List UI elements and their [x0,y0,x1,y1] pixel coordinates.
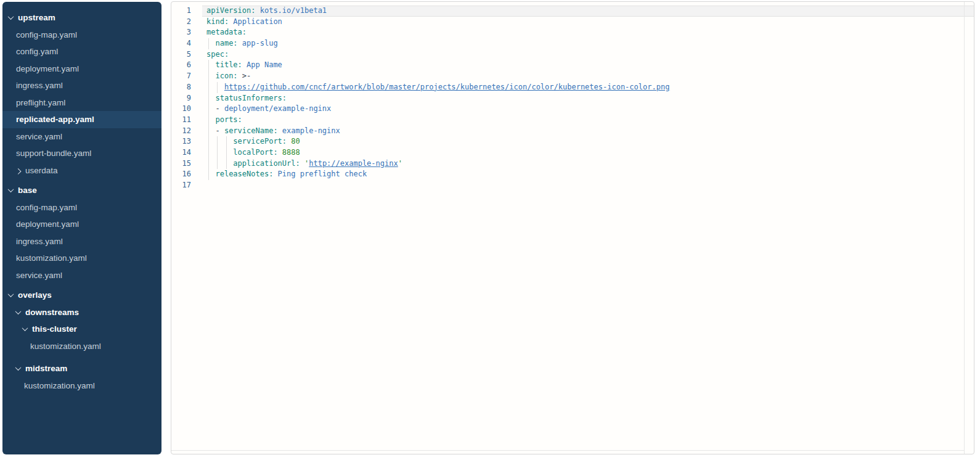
tree-file-config-map.yaml[interactable]: config-map.yaml [2,27,161,44]
tree-item-label: deployment.yaml [16,64,79,73]
tree-file-kustomization.yaml[interactable]: kustomization.yaml [2,377,161,395]
indent-guide [217,136,218,147]
tree-item-label: config-map.yaml [16,203,77,212]
code-line-17[interactable] [206,180,962,191]
indent-guide [208,147,209,158]
code-link-url[interactable]: https://github.com/cncf/artwork/blob/mas… [224,83,669,91]
indent-guide [217,147,218,158]
line-number: 5 [171,49,191,60]
indent-guide [208,71,209,82]
chevron-down-icon [15,364,22,371]
code-line-13[interactable]: servicePort: 80 [206,136,962,147]
code-token [206,159,233,168]
code-line-16[interactable]: releaseNotes: Ping preflight check [206,169,962,180]
code-token: name: [215,39,237,47]
chevron-down-icon [8,186,14,192]
tree-item-label: userdata [25,166,58,175]
indent-guide [226,158,227,170]
code-token: - [215,104,224,113]
code-line-8[interactable]: https://github.com/cncf/artwork/blob/mas… [206,82,962,93]
code-token: >- [242,72,251,80]
indent-guide [208,93,209,104]
code-line-9[interactable]: statusInformers: [206,93,962,104]
code-token: spec: [206,50,229,59]
code-link-url[interactable]: http://example-nginx [309,159,398,168]
tree-file-config-map.yaml[interactable]: config-map.yaml [2,199,161,216]
tree-item-label: ingress.yaml [16,81,63,90]
tree-file-replicated-app.yaml[interactable]: replicated-app.yaml [2,111,161,128]
tree-file-deployment.yaml[interactable]: deployment.yaml [2,216,161,233]
horizontal-scrollbar-track[interactable] [171,450,965,451]
tree-folder-midstream[interactable]: midstream [2,360,161,377]
code-token [278,126,282,135]
tree-folder-upstream[interactable]: upstream [2,9,161,27]
tree-folder-this-cluster[interactable]: this-cluster [2,321,161,338]
code-line-2[interactable]: kind: Application [206,17,962,28]
tree-file-deployment.yaml[interactable]: deployment.yaml [2,60,161,78]
vertical-scrollbar-track[interactable] [964,2,965,454]
code-line-4[interactable]: name: app-slug [206,38,962,49]
code-token: title: [215,60,242,69]
line-number: 11 [171,115,191,126]
tree-item-label: kustomization.yaml [24,381,95,390]
indent-guide [208,169,209,180]
tree-file-service.yaml[interactable]: service.yaml [2,267,161,284]
chevron-down-icon [15,308,22,314]
tree-folder-base[interactable]: base [2,182,161,199]
indent-guide [208,136,209,147]
tree-file-ingress.yaml[interactable]: ingress.yaml [2,233,161,250]
tree-item-label: this-cluster [32,324,77,334]
tree-file-preflight.yaml[interactable]: preflight.yaml [2,94,161,112]
tree-item-label: deployment.yaml [16,220,79,229]
tree-file-ingress.yaml[interactable]: ingress.yaml [2,77,161,94]
code-token: - [215,126,224,135]
tree-file-support-bundle.yaml[interactable]: support-bundle.yaml [2,145,161,162]
code-line-15[interactable]: applicationUrl: 'http://example-nginx' [206,158,962,170]
line-number: 14 [171,147,191,158]
tree-item-label: base [18,186,37,195]
indent-guide [226,136,227,147]
yaml-editor-panel[interactable]: 1234567891011121314151617 apiVersion: ko… [171,1,974,454]
code-line-12[interactable]: - serviceName: example-nginx [206,126,962,137]
indent-guide [208,158,209,170]
line-number: 12 [171,126,191,137]
line-number: 13 [171,136,191,147]
code-line-7[interactable]: icon: >- [206,71,962,82]
tree-item-label: service.yaml [16,132,62,141]
tree-item-label: upstream [18,13,55,22]
chevron-right-icon [15,168,22,175]
line-number: 15 [171,158,191,170]
code-token: localPort: [233,148,277,157]
tree-folder-downstreams[interactable]: downstreams [2,304,161,321]
code-token: app-slug [242,39,278,47]
chevron-down-icon [8,14,14,20]
line-number: 10 [171,104,191,115]
code-line-3[interactable]: metadata: [206,27,962,38]
code-token [206,83,224,91]
code-line-10[interactable]: - deployment/example-nginx [206,104,962,115]
tree-item-label: support-bundle.yaml [16,149,91,158]
tree-file-kustomization.yaml[interactable]: kustomization.yaml [2,250,161,267]
indent-guide [208,104,209,115]
code-token: example-nginx [282,126,340,135]
tree-item-label: config-map.yaml [16,30,77,39]
editor-code-area[interactable]: apiVersion: kots.io/v1beta1kind: Applica… [206,6,962,191]
code-token [238,72,242,80]
tree-folder-userdata[interactable]: userdata [2,162,161,179]
code-token [278,148,282,157]
code-line-1[interactable]: apiVersion: kots.io/v1beta1 [206,6,962,17]
code-token: 80 [291,137,300,146]
code-line-6[interactable]: title: App Name [206,60,962,71]
code-line-5[interactable]: spec: [206,49,962,60]
code-token: statusInformers: [215,94,287,102]
tree-file-config.yaml[interactable]: config.yaml [2,43,161,60]
code-token: App Name [247,60,282,69]
indent-guide [208,38,209,49]
tree-file-kustomization.yaml[interactable]: kustomization.yaml [2,338,161,355]
code-line-14[interactable]: localPort: 8888 [206,147,962,158]
code-line-11[interactable]: ports: [206,115,962,126]
tree-file-service.yaml[interactable]: service.yaml [2,128,161,146]
tree-folder-overlays[interactable]: overlays [2,287,161,304]
code-token: releaseNotes: [215,170,273,178]
file-tree-sidebar[interactable]: upstreamconfig-map.yamlconfig.yamldeploy… [2,2,161,454]
